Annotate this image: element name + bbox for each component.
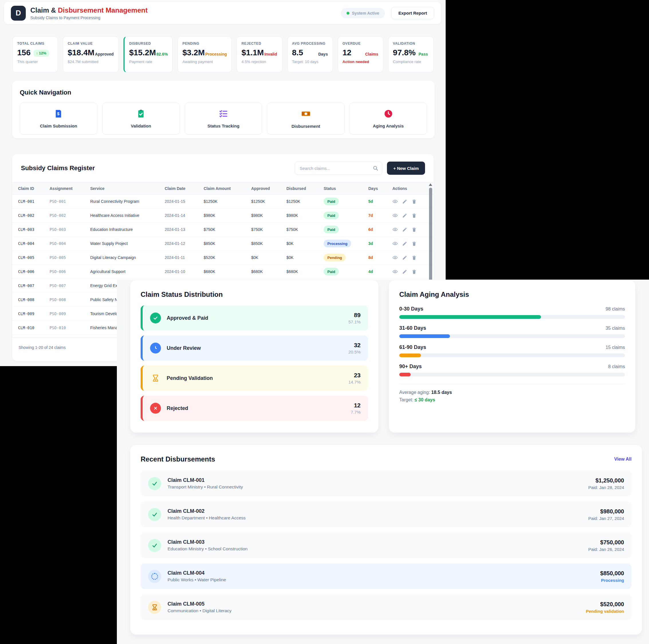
nav-status-tracking[interactable]: Status Tracking: [185, 102, 262, 135]
scroll-up-arrow[interactable]: [429, 183, 432, 186]
stat-sub: Awaiting payment: [182, 59, 227, 64]
cell-assignment: PSO-003: [50, 227, 66, 232]
column-assignment: Assignment: [50, 186, 73, 191]
nav-label: Aging Analysis: [373, 124, 404, 128]
cell-claim-id: CLM-007: [18, 283, 34, 288]
stat-sub: $24.7M submitted: [68, 59, 114, 64]
view-icon[interactable]: [392, 213, 398, 218]
cell-claim-amount: $750K: [204, 227, 215, 232]
delete-icon[interactable]: [412, 255, 417, 260]
cell-claim-date: 2024-01-14: [165, 213, 185, 218]
nav-label: Validation: [131, 124, 151, 128]
nav-label: Claim Submission: [40, 124, 77, 128]
disbursement-item-clm-004: Claim CLM-004Public Works • Water Pipeli…: [141, 563, 632, 589]
stat-label: PENDING: [182, 42, 227, 46]
delete-icon[interactable]: [412, 269, 417, 274]
disbursement-amount: $980,000: [588, 508, 624, 515]
view-icon[interactable]: [392, 255, 398, 260]
cell-claim-amount: $520K: [204, 255, 215, 260]
cell-actions: [392, 199, 417, 204]
edit-icon[interactable]: [402, 241, 407, 246]
stat-sub: Payment rate: [129, 59, 168, 64]
aging-summary: Average aging: 18.5 days Target: ≤ 30 da…: [399, 384, 625, 402]
nav-label: Status Tracking: [207, 124, 240, 128]
cell-claim-id: CLM-003: [18, 227, 34, 232]
edit-icon[interactable]: [402, 269, 407, 274]
column-approved: Approved: [251, 186, 270, 191]
stat-sub: Target: 10 days: [292, 59, 328, 64]
disbursement-subtitle: Public Works • Water Pipeline: [168, 577, 226, 583]
cell-disbursed: $980K: [287, 213, 298, 218]
dist-count: 32: [348, 342, 360, 349]
nav-aging-analysis[interactable]: Aging Analysis: [349, 102, 427, 135]
aging-row-61-90: 61-90 Days15 claims: [399, 344, 625, 357]
dist-percent: 20.5%: [348, 349, 360, 354]
dist-percent: 7.7%: [351, 410, 360, 415]
delete-icon[interactable]: [412, 241, 417, 246]
nav-validation[interactable]: Validation: [102, 102, 180, 135]
cell-claim-amount: $850K: [204, 241, 215, 246]
stat-disbursed: DISBURSED $15.2M82.6% Payment rate: [123, 36, 173, 73]
view-icon[interactable]: [392, 269, 398, 274]
disbursement-amount: $1,250,000: [588, 477, 624, 484]
cell-service: Tourism Develo: [90, 311, 118, 316]
stat-claim-value: CLAIM VALUE $18.4MApproved $24.7M submit…: [63, 36, 119, 73]
export-report-button[interactable]: Export Report: [391, 7, 434, 19]
cell-days: 5d: [368, 199, 373, 204]
cell-status: Paid: [323, 226, 339, 233]
cell-claim-date: 2024-01-15: [165, 199, 185, 204]
trend-up-badge: ↑ 12%: [34, 50, 49, 57]
stat-value: $3.2M: [182, 49, 205, 57]
dist-under-review: Under Review 3220.5%: [141, 336, 368, 361]
stat-label: DISBURSED: [129, 42, 168, 46]
cell-actions: [392, 241, 417, 246]
cell-approved: $980K: [251, 213, 263, 218]
status-badge: Paid: [323, 268, 339, 275]
delete-icon[interactable]: [412, 227, 417, 232]
check-icon: [148, 508, 161, 521]
edit-icon[interactable]: [402, 213, 407, 218]
cell-service: Water Supply Project: [90, 241, 128, 246]
cell-status: Paid: [323, 198, 339, 205]
search-input[interactable]: [295, 162, 382, 175]
cell-claim-date: 2024-01-10: [165, 269, 185, 274]
nav-disbursement[interactable]: Disbursement: [267, 102, 345, 135]
svg-text:$: $: [57, 112, 59, 116]
cell-actions: [392, 255, 417, 260]
cell-assignment: PSO-004: [50, 241, 66, 246]
column-days: Days: [368, 186, 378, 191]
column-claim-id: Claim ID: [18, 186, 34, 191]
cell-disbursed: $750K: [287, 227, 298, 232]
delete-icon[interactable]: [412, 199, 417, 204]
app-header: D Claim & Disbursement Management Subsid…: [4, 2, 441, 24]
nav-label: Disbursement: [292, 124, 320, 129]
cell-days: 6d: [368, 227, 373, 232]
edit-icon[interactable]: [402, 227, 407, 232]
view-icon[interactable]: [392, 241, 398, 246]
stat-value: $18.4M: [68, 49, 94, 57]
stat-value: $15.2M: [129, 49, 156, 57]
disbursement-item-clm-003: Claim CLM-003Education Ministry • School…: [141, 532, 632, 558]
edit-icon[interactable]: [402, 199, 407, 204]
cell-claim-id: CLM-002: [18, 213, 34, 218]
checklist-icon: [219, 109, 228, 120]
view-icon[interactable]: [392, 199, 398, 204]
cell-disbursed: $680K: [287, 269, 298, 274]
stats-row: TOTAL CLAIMS 156↑ 12% This quarter CLAIM…: [12, 36, 434, 73]
cell-status: Processing: [323, 240, 351, 248]
quick-navigation-title: Quick Navigation: [20, 89, 427, 96]
dist-rejected: Rejected 127.7%: [141, 396, 368, 421]
column-actions: Actions: [392, 186, 407, 191]
delete-icon[interactable]: [412, 213, 417, 218]
column-service: Service: [90, 186, 104, 191]
view-all-link[interactable]: View All: [614, 457, 632, 462]
nav-claim-submission[interactable]: $ Claim Submission: [20, 102, 97, 135]
progress-fill: [399, 315, 541, 319]
cell-service: Fisheries Mana: [90, 326, 118, 330]
cell-approved: $1250K: [251, 199, 265, 204]
view-icon[interactable]: [392, 227, 398, 232]
cell-actions: [392, 213, 417, 218]
stat-suffix: Approved: [95, 52, 114, 57]
new-claim-button[interactable]: + New Claim: [387, 162, 425, 175]
edit-icon[interactable]: [402, 255, 407, 260]
